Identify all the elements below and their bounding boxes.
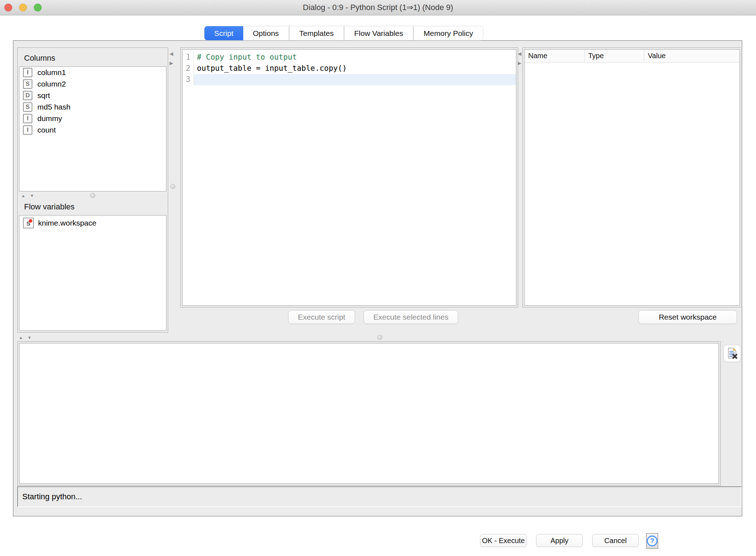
tab-flow-variables[interactable]: Flow Variables [344,26,413,40]
code-editor-panel: 1 # Copy input to output 2 output_table … [180,47,518,307]
script-tab-panel: Columns I column1 S column2 D sqrt S md5… [13,40,742,516]
left-sidebar-panel: Columns I column1 S column2 D sqrt S md5… [17,47,168,333]
flow-variable-dot-icon [29,219,32,223]
code-line: 1 # Copy input to output [183,52,516,63]
column-name: sqrt [37,91,50,100]
splitter-grip-icon[interactable] [170,184,175,189]
int-type-icon: I [23,68,32,77]
splitter-grip-icon[interactable] [90,193,95,198]
dialog-tabs: Script Options Templates Flow Variables … [204,26,483,41]
ok-execute-button[interactable]: OK - Execute [480,534,527,547]
string-type-icon: S [23,102,32,112]
window-titlebar: Dialog - 0:9 - Python Script (1⇒1) (Node… [0,0,756,15]
code-line-current: 3 [183,74,516,85]
apply-button[interactable]: Apply [536,534,583,547]
help-icon: ? [647,536,658,546]
workspace-variables-panel: Name Type Value [522,47,742,307]
collapse-down-icon[interactable]: ▼ [27,335,32,340]
column-name: dummy [37,114,62,123]
code-line: 2 output_table = input_table.copy() [183,63,516,74]
splitter-grip-icon[interactable] [377,335,382,340]
flow-variable-name: knime.workspace [38,219,96,227]
execute-script-button[interactable]: Execute script [288,310,355,324]
clear-console-button[interactable] [724,345,741,362]
execute-selected-lines-button[interactable]: Execute selected lines [364,310,458,324]
table-header-row: Name Type Value [525,50,739,62]
python-code-editor[interactable]: 1 # Copy input to output 2 output_table … [182,49,516,306]
tab-script[interactable]: Script [204,26,243,40]
tab-templates[interactable]: Templates [289,26,344,40]
column-header-value[interactable]: Value [644,50,739,62]
column-list-item[interactable]: D sqrt [19,90,166,101]
column-header-name[interactable]: Name [525,50,584,62]
minimize-window-icon[interactable] [19,4,27,11]
columns-panel-title: Columns [19,49,166,66]
close-window-icon[interactable] [4,4,12,11]
column-list-item[interactable]: I column1 [19,67,166,78]
string-type-icon: S [23,79,32,89]
column-list-item[interactable]: I count [19,124,166,136]
column-name: count [37,126,56,134]
tab-memory-policy[interactable]: Memory Policy [413,26,483,40]
column-header-type[interactable]: Type [584,50,644,62]
tab-options[interactable]: Options [243,26,289,40]
zoom-window-icon[interactable] [34,4,42,11]
code-text[interactable]: output_table = input_table.copy() [194,63,516,74]
int-type-icon: I [23,114,32,123]
columns-flowvars-splitter[interactable]: ▲ ▼ [19,191,166,200]
flow-variables-panel-title: Flow variables [19,200,166,215]
code-text[interactable]: # Copy input to output [194,52,516,63]
cancel-button[interactable]: Cancel [592,534,639,547]
code-text[interactable] [194,74,516,85]
column-name: column2 [37,80,66,88]
expand-right-icon[interactable]: ▶ [518,60,521,66]
collapse-up-icon[interactable]: ▲ [21,194,26,198]
flow-variable-icon: s [23,218,34,228]
line-number: 2 [183,63,194,74]
clear-console-icon [727,347,738,360]
collapse-left-icon[interactable]: ◀ [170,51,173,56]
line-number: 1 [183,52,194,63]
reset-workspace-button[interactable]: Reset workspace [639,310,737,324]
int-type-icon: I [23,125,32,135]
status-text: Starting python... [22,492,82,501]
columns-list: I column1 S column2 D sqrt S md5 hash I … [19,66,166,191]
column-list-item[interactable]: I dummy [19,113,166,124]
expand-right-icon[interactable]: ▶ [170,60,173,66]
console-output-panel [17,341,721,486]
status-bar: Starting python... [17,486,742,507]
console-output[interactable] [19,343,719,484]
collapse-up-icon[interactable]: ▲ [19,335,23,340]
line-number: 3 [183,74,194,85]
flow-variables-list: s knime.workspace [19,215,166,331]
collapse-left-icon[interactable]: ◀ [518,51,521,56]
column-name: column1 [37,68,66,77]
flow-variable-list-item[interactable]: s knime.workspace [19,216,166,231]
column-list-item[interactable]: S column2 [19,78,166,90]
workspace-variables-table[interactable]: Name Type Value [524,49,740,306]
column-list-item[interactable]: S md5 hash [19,101,166,113]
column-name: md5 hash [37,103,70,111]
window-title: Dialog - 0:9 - Python Script (1⇒1) (Node… [0,0,756,15]
help-button[interactable]: ? [646,533,658,549]
collapse-down-icon[interactable]: ▼ [30,194,34,198]
double-type-icon: D [23,91,32,100]
